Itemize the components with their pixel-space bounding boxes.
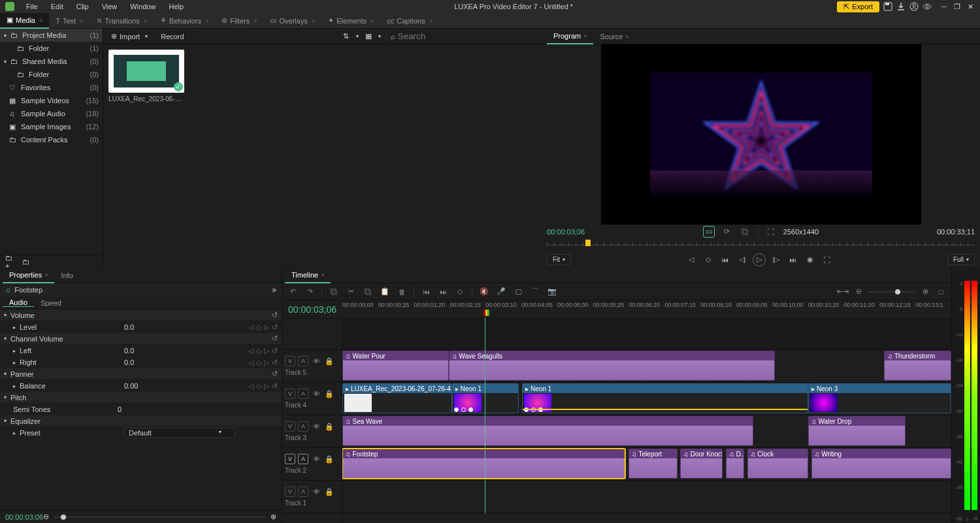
marker-icon[interactable]: ◇ bbox=[702, 253, 715, 266]
maximize-icon[interactable]: ❐ bbox=[953, 2, 962, 11]
tree-item[interactable]: ♫Sample Audio(18) bbox=[0, 107, 103, 120]
prev-frame-icon[interactable]: ◁| bbox=[736, 253, 749, 266]
tab-overlays[interactable]: ▭Overlays≡ bbox=[263, 13, 321, 29]
delete-icon[interactable]: 🗑 bbox=[397, 287, 407, 297]
playhead[interactable] bbox=[482, 309, 490, 317]
prev-key-icon[interactable]: ◁ bbox=[248, 323, 253, 332]
clip[interactable]: ▸Neon 1 bbox=[522, 383, 808, 413]
preview-tab-source[interactable]: Source≡ bbox=[593, 29, 635, 44]
clip[interactable]: ♫D... bbox=[726, 449, 744, 479]
sort-icon[interactable]: ⇅ bbox=[342, 32, 351, 41]
menu-help[interactable]: Help bbox=[162, 3, 190, 10]
redo-icon[interactable]: ↷ bbox=[304, 287, 315, 297]
folder-icon[interactable]: 🗀 bbox=[21, 257, 30, 266]
undo-icon[interactable]: ↶ bbox=[287, 287, 298, 297]
tree-item[interactable]: ▾🗀Shared Media(0) bbox=[0, 55, 103, 68]
preview-tab-program[interactable]: Program≡ bbox=[547, 29, 593, 44]
import-button[interactable]: ⊕Import▾ bbox=[107, 32, 152, 40]
camera-icon[interactable]: 📷 bbox=[547, 287, 557, 297]
menu-clip[interactable]: Clip bbox=[70, 3, 95, 10]
download-icon[interactable] bbox=[896, 2, 906, 11]
menu-view[interactable]: View bbox=[95, 3, 124, 10]
scrub-marker[interactable] bbox=[585, 240, 591, 246]
menu-edit[interactable]: Edit bbox=[44, 3, 70, 10]
clip[interactable]: ♫Thunderstorm bbox=[884, 351, 951, 381]
close-icon[interactable]: ✕ bbox=[966, 2, 975, 11]
prop-right-value[interactable]: 0.0 bbox=[124, 358, 189, 366]
goto-end-icon[interactable]: ⏭ bbox=[438, 287, 448, 297]
section-pitch[interactable]: ▾Pitch bbox=[0, 392, 282, 404]
track-lane[interactable]: ▸LUXEA_Rec_2023-06-26_07-26-41.m...▸Neon… bbox=[342, 383, 951, 415]
fullscreen-icon[interactable]: ⛶ bbox=[821, 253, 834, 266]
prop-level-value[interactable]: 0.0 bbox=[124, 323, 189, 331]
tab-captions[interactable]: ccCaptions≡ bbox=[380, 13, 439, 29]
tab-behaviors[interactable]: ⚘Behaviors≡ bbox=[154, 13, 215, 29]
tree-item[interactable]: 🗀Content Packs(0) bbox=[0, 133, 103, 146]
reset-icon[interactable]: ↺ bbox=[272, 311, 278, 319]
view-icon[interactable]: ▦ bbox=[364, 32, 373, 41]
record-button[interactable]: Record bbox=[157, 33, 188, 40]
expand-icon[interactable]: » bbox=[272, 285, 276, 294]
tree-item[interactable]: ♡Favorites(0) bbox=[0, 81, 103, 94]
zoom-in-icon[interactable]: ⊕ bbox=[920, 287, 930, 297]
minimize-icon[interactable]: ─ bbox=[939, 2, 949, 11]
goto-start-icon[interactable]: ⏮ bbox=[719, 253, 732, 266]
section-equalizer[interactable]: ▾Equalizer bbox=[0, 415, 282, 427]
cut-icon[interactable]: ✂ bbox=[346, 287, 356, 297]
expand-icon[interactable]: □ bbox=[936, 287, 946, 297]
tool-icon[interactable]: ⌒ bbox=[530, 287, 540, 297]
reset-icon[interactable]: ↺ bbox=[272, 370, 278, 378]
clip[interactable]: ▸LUXEA_Rec_2023-06-26_07-26-41.m... bbox=[342, 383, 452, 413]
clip[interactable]: ♫Water Pour bbox=[342, 351, 449, 381]
user-icon[interactable] bbox=[909, 2, 919, 11]
prop-balance-value[interactable]: 0.00 bbox=[124, 382, 189, 390]
tab-timeline[interactable]: Timeline≡ bbox=[285, 268, 331, 283]
next-key-icon[interactable]: ▷ bbox=[264, 323, 269, 332]
tab-info[interactable]: Info bbox=[54, 268, 79, 283]
tab-elements[interactable]: ✦Elements≡ bbox=[321, 13, 380, 29]
copy-icon[interactable]: ⿻ bbox=[363, 287, 373, 297]
next-frame-icon[interactable]: |▷ bbox=[770, 253, 783, 266]
track-lane[interactable]: ♫Footstep♫Teleport♫Door Knock♫D...♫Clock… bbox=[342, 448, 951, 481]
track-header[interactable]: VA👁🔒Track 5 bbox=[282, 350, 342, 383]
clip[interactable]: ♫Clock bbox=[747, 449, 808, 479]
track-lane[interactable]: ♫Water Pour♫Wave Seagulls♫Thunderstorm bbox=[342, 350, 951, 383]
goto-end-icon[interactable]: ⏭ bbox=[787, 253, 800, 266]
new-folder-icon[interactable]: 🗀+ bbox=[5, 257, 14, 266]
ratio-lock-icon[interactable]: ⛶ bbox=[765, 226, 777, 238]
screen-icon[interactable]: 🖵 bbox=[513, 287, 523, 297]
save-icon[interactable] bbox=[883, 2, 892, 11]
preset-dropdown[interactable]: Default▾ bbox=[124, 428, 235, 438]
zoom-out-icon[interactable]: ⊖ bbox=[853, 287, 864, 297]
paste-icon[interactable]: 📋 bbox=[380, 287, 390, 297]
select-tool-icon[interactable]: ▭ bbox=[703, 226, 715, 238]
tab-media[interactable]: ▣Media≡ bbox=[0, 13, 49, 29]
play-button[interactable]: ▷ bbox=[753, 253, 766, 266]
zoom-in-icon[interactable]: ⊕ bbox=[270, 513, 276, 521]
clip[interactable]: ♫Wave Seagulls bbox=[449, 351, 775, 381]
visibility-icon[interactable] bbox=[923, 2, 932, 11]
prop-semi-value[interactable]: 0 bbox=[118, 405, 183, 413]
timeline-ruler[interactable]: 00:00:00;0000:00:00;2500:00:01;2000:00:0… bbox=[342, 300, 951, 318]
export-button[interactable]: ⇱Export bbox=[837, 1, 879, 12]
media-item[interactable]: ✓ LUXEA_Rec_2023-06-26_07-26-4... bbox=[108, 50, 184, 103]
track-lane[interactable] bbox=[342, 481, 951, 513]
tree-item[interactable]: 🗀Folder(1) bbox=[0, 42, 103, 55]
fit-dropdown[interactable]: Fit▾ bbox=[547, 254, 571, 265]
section-channel[interactable]: ▾Channel Volume↺ bbox=[0, 333, 282, 345]
zoom-out-icon[interactable]: ⊖ bbox=[43, 513, 49, 521]
tab-properties[interactable]: Properties≡ bbox=[3, 268, 54, 283]
clip[interactable]: ♫Footstep bbox=[342, 449, 625, 479]
fit-timeline-icon[interactable]: ⇤⇥ bbox=[838, 287, 848, 297]
clip[interactable]: ▸Neon 3 bbox=[808, 383, 951, 413]
reset-icon[interactable]: ↺ bbox=[272, 323, 278, 332]
split-icon[interactable]: ⿻ bbox=[329, 287, 339, 297]
tree-item[interactable]: 🗀Folder(0) bbox=[0, 68, 103, 81]
clip[interactable]: ♫Water Drop bbox=[808, 416, 906, 446]
tab-text[interactable]: TText≡ bbox=[49, 13, 90, 29]
section-panner[interactable]: ▾Panner↺ bbox=[0, 368, 282, 380]
clip[interactable]: ♫Door Knock bbox=[680, 449, 723, 479]
tab-filters[interactable]: ⊚Filters≡ bbox=[215, 13, 263, 29]
search-input[interactable] bbox=[398, 31, 534, 41]
full-dropdown[interactable]: Full▾ bbox=[947, 254, 975, 265]
